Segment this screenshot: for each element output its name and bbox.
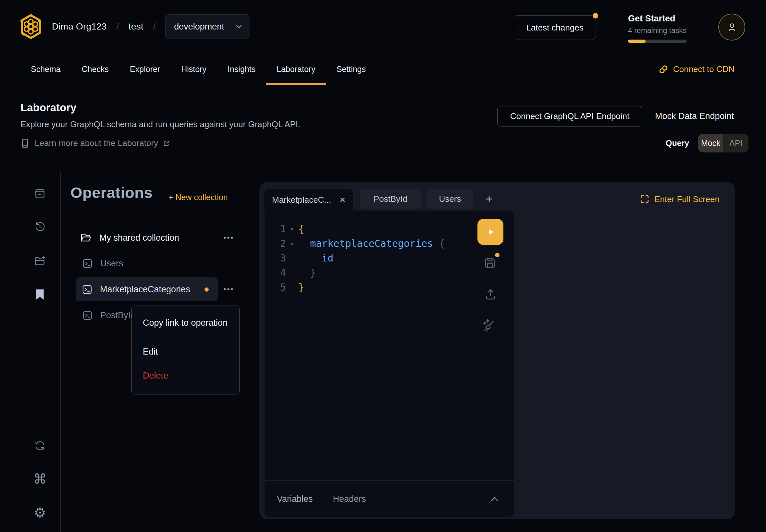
menu-item-delete[interactable]: Delete <box>132 366 239 386</box>
operation-row-postbyid[interactable]: PostById <box>82 307 135 324</box>
code-line: 4 } <box>264 265 475 280</box>
operation-more-button[interactable]: ••• <box>222 281 236 298</box>
query-mode-row: Query Mock API <box>666 134 748 152</box>
editor-bottom-bar: Variables Headers <box>264 480 514 517</box>
history-icon <box>34 221 46 233</box>
page-title: Laboratory <box>20 102 76 114</box>
operation-row-users[interactable]: Users <box>82 255 123 272</box>
fold-arrow-icon[interactable]: ▾ <box>286 240 298 248</box>
top-navigation: Schema Checks Explorer History Insights … <box>0 54 766 85</box>
sidebar-item-history[interactable] <box>33 220 47 234</box>
operations-title: Operations <box>70 184 152 201</box>
sidebar-item-schema-docs[interactable] <box>33 187 47 201</box>
get-started-progressbar <box>628 40 687 43</box>
unsaved-changes-dot <box>495 253 500 257</box>
app-root: Dima Org123 / test / development Latest … <box>0 0 766 532</box>
book-icon <box>20 139 30 148</box>
connect-to-cdn-link[interactable]: Connect to CDN <box>659 54 735 85</box>
bookmark-icon <box>34 288 45 301</box>
query-label: Query <box>666 139 689 148</box>
command-icon: ⌘ <box>33 472 47 486</box>
menu-item-edit[interactable]: Edit <box>132 338 239 366</box>
mock-data-endpoint-button[interactable]: Mock Data Endpoint <box>655 106 734 127</box>
breadcrumb: Dima Org123 / test / development <box>52 13 250 40</box>
collection-folder-row[interactable]: My shared collection <box>80 229 179 246</box>
sidebar-item-shortcuts[interactable]: ⌘ <box>33 472 47 486</box>
operation-name: MarketplaceCategories <box>100 284 190 295</box>
tab-insights[interactable]: Insights <box>227 54 255 85</box>
archive-icon <box>34 187 46 200</box>
collection-name: My shared collection <box>99 233 179 243</box>
editor-tab-marketplacecategories[interactable]: MarketplaceC... × <box>264 189 353 211</box>
code-area[interactable]: 1 ▾ { 2 ▾ marketplaceCategories { 3 <box>264 222 475 295</box>
add-tab-button[interactable]: + <box>479 189 500 209</box>
code-line: 5 } <box>264 280 475 295</box>
new-collection-button[interactable]: + New collection <box>168 193 228 202</box>
latest-changes-button[interactable]: Latest changes <box>514 15 596 40</box>
fold-arrow-icon[interactable]: ▾ <box>286 225 298 233</box>
operation-context-menu: Copy link to operation Edit Delete <box>131 306 239 394</box>
breadcrumb-separator: / <box>153 22 155 32</box>
operation-icon <box>82 284 92 295</box>
operation-name: Users <box>100 259 123 269</box>
breadcrumb-org[interactable]: Dima Org123 <box>52 21 107 32</box>
sidebar-item-refresh-schema[interactable] <box>33 439 47 453</box>
breadcrumb-separator: / <box>116 22 119 32</box>
editor-tab-users[interactable]: Users <box>427 189 473 209</box>
connect-graphql-endpoint-button[interactable]: Connect GraphQL API Endpoint <box>497 106 642 127</box>
laboratory-editor-card: MarketplaceC... × PostById Users + Enter… <box>259 182 735 519</box>
sidebar-divider <box>60 172 61 532</box>
code-line: 1 ▾ { <box>264 222 475 236</box>
hive-logo <box>20 13 42 40</box>
tab-schema[interactable]: Schema <box>31 54 61 85</box>
operation-row-marketplacecategories[interactable]: MarketplaceCategories <box>76 277 218 301</box>
user-avatar[interactable] <box>718 14 745 41</box>
save-operation-button[interactable] <box>483 255 498 270</box>
unsaved-changes-dot <box>204 287 209 292</box>
collection-more-button[interactable]: ••• <box>222 229 236 246</box>
tab-variables[interactable]: Variables <box>277 494 313 504</box>
tab-laboratory[interactable]: Laboratory <box>276 54 315 85</box>
code-line: 3 id <box>264 251 475 265</box>
page-description: Explore your GraphQL schema and run quer… <box>20 119 300 129</box>
operation-icon <box>82 310 92 320</box>
close-tab-icon[interactable]: × <box>339 194 345 205</box>
tab-settings[interactable]: Settings <box>336 54 366 85</box>
sync-icon <box>34 440 46 452</box>
sidebar-item-operation-collections[interactable] <box>33 287 47 302</box>
save-icon <box>483 255 498 270</box>
menu-item-copy-link[interactable]: Copy link to operation <box>132 308 239 338</box>
sidebar-item-new-collection[interactable] <box>33 254 47 268</box>
upload-icon <box>483 287 498 301</box>
sidebar-item-settings[interactable]: ⚙ <box>33 506 47 520</box>
operation-icon <box>82 259 92 269</box>
gear-icon: ⚙ <box>34 506 46 520</box>
get-started-widget[interactable]: Get Started 4 remaining tasks <box>628 14 693 43</box>
prettify-button[interactable] <box>481 318 497 334</box>
chevron-down-icon <box>236 25 241 28</box>
collapse-panel-button[interactable] <box>491 497 499 502</box>
variant-selector[interactable]: development <box>165 14 250 39</box>
get-started-progress-fill <box>628 40 646 43</box>
link-icon <box>659 65 668 74</box>
tab-checks[interactable]: Checks <box>82 54 109 85</box>
toggle-option-mock[interactable]: Mock <box>698 134 723 152</box>
enter-fullscreen-button[interactable]: Enter Full Screen <box>640 191 720 207</box>
get-started-subtitle: 4 remaining tasks <box>628 26 693 35</box>
run-query-button[interactable] <box>478 219 504 245</box>
broom-sparkles-icon <box>481 318 497 334</box>
tab-headers[interactable]: Headers <box>333 494 366 504</box>
learn-more-link[interactable]: Learn more about the Laboratory <box>20 138 170 148</box>
toggle-option-api[interactable]: API <box>723 134 748 152</box>
query-editor[interactable]: 1 ▾ { 2 ▾ marketplaceCategories { 3 <box>264 211 514 517</box>
fullscreen-icon <box>640 195 649 204</box>
latest-changes-label: Latest changes <box>526 23 583 33</box>
tab-history[interactable]: History <box>181 54 206 85</box>
operation-name: PostById <box>100 310 135 320</box>
folder-plus-icon <box>34 255 46 267</box>
tab-explorer[interactable]: Explorer <box>130 54 160 85</box>
breadcrumb-graph[interactable]: test <box>128 21 143 32</box>
notification-dot <box>593 13 598 18</box>
editor-tab-postbyid[interactable]: PostById <box>360 189 421 209</box>
share-operation-button[interactable] <box>483 287 498 301</box>
